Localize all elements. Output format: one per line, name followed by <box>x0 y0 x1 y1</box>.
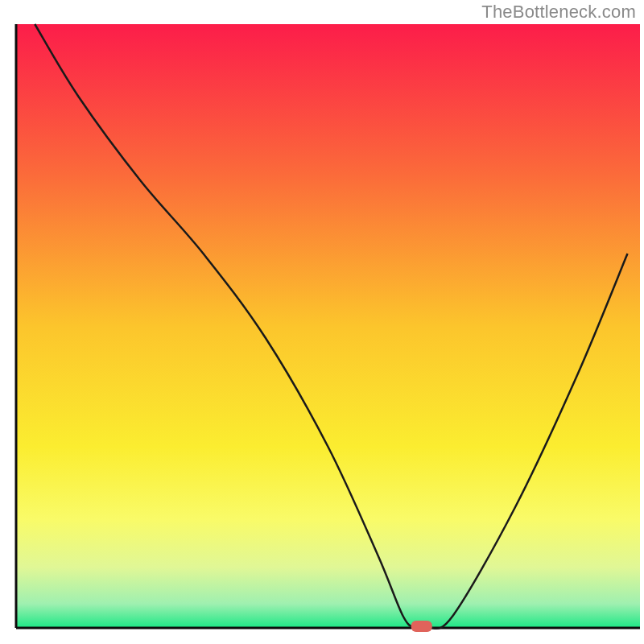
bottleneck-chart <box>0 0 644 644</box>
plot-background <box>16 24 640 628</box>
chart-container: TheBottleneck.com <box>0 0 644 644</box>
sweet-spot-marker <box>411 621 432 632</box>
